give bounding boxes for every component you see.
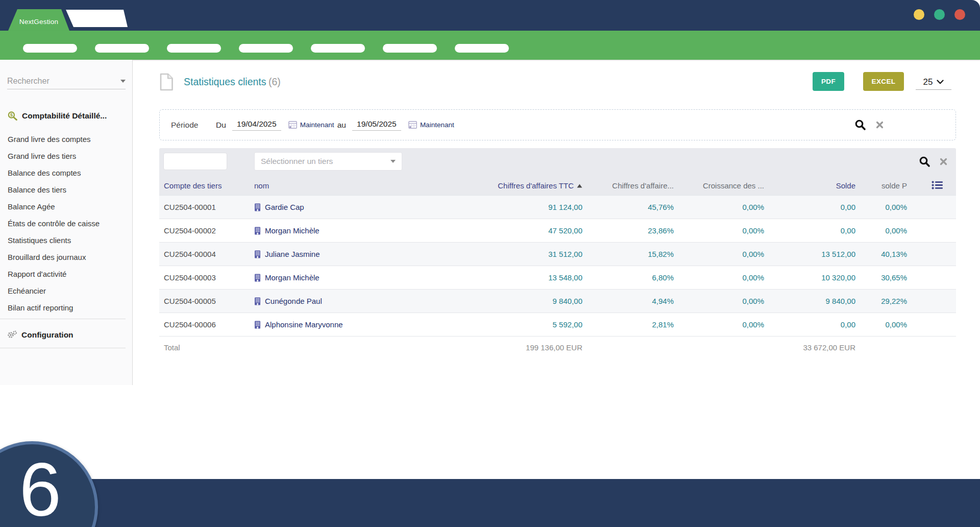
to-prefix: au bbox=[337, 121, 346, 130]
column-header[interactable]: Compte des tiers bbox=[159, 181, 254, 190]
page-size-select[interactable]: 25 bbox=[916, 75, 951, 90]
client-name-link[interactable]: Alphonsine Maryvonne bbox=[265, 320, 343, 329]
menu-pill[interactable] bbox=[167, 44, 221, 53]
table-clear-button[interactable] bbox=[939, 157, 948, 166]
from-now-link[interactable]: Maintenant bbox=[300, 121, 334, 129]
sidebar-item-grand-livre-des-comptes[interactable]: Grand livre des comptes bbox=[0, 131, 132, 148]
sidebar-item-configuration[interactable]: Configuration bbox=[7, 326, 74, 343]
sidebar-item-ech-ancier[interactable]: Echéancier bbox=[0, 282, 132, 299]
column-header[interactable]: Chiffres d'affaire... bbox=[582, 181, 674, 190]
sidebar-divider bbox=[0, 348, 126, 348]
table-row[interactable]: CU2504-00003Morgan Michèle13 548,006,80%… bbox=[159, 266, 956, 289]
column-header[interactable]: nom bbox=[254, 181, 460, 190]
sidebar-item-bilan-actif-reporting[interactable]: Bilan actif reporting bbox=[0, 299, 132, 316]
cell-ca-percent: 4,94% bbox=[582, 297, 674, 305]
company-icon bbox=[254, 250, 261, 258]
secondary-tab-redacted[interactable] bbox=[66, 10, 128, 27]
step-number: 6 bbox=[19, 452, 61, 527]
cell-croissance: 0,00% bbox=[674, 273, 764, 282]
menu-pill[interactable] bbox=[95, 44, 149, 53]
sidebar-item-balance-ag-e[interactable]: Balance Agée bbox=[0, 198, 132, 215]
sidebar-item--tats-de-contr-le-de-caisse[interactable]: États de contrôle de caisse bbox=[0, 215, 132, 232]
sidebar-item-balance-des-comptes[interactable]: Balance des comptes bbox=[0, 164, 132, 181]
table-row[interactable]: CU2504-00005Cunégonde Paul9 840,004,94%0… bbox=[159, 289, 956, 313]
pdf-export-button[interactable]: PDF bbox=[813, 72, 844, 91]
menu-pill[interactable] bbox=[23, 44, 77, 53]
total-ca-ttc: 199 136,00 EUR bbox=[460, 343, 582, 352]
column-header[interactable]: Chiffres d'affaires TTC bbox=[460, 181, 582, 190]
account-filter-input[interactable] bbox=[163, 153, 227, 170]
table-search-button[interactable] bbox=[919, 156, 930, 167]
search-button[interactable] bbox=[854, 119, 866, 131]
sidebar-item-rapport-d-activit-[interactable]: Rapport d'activité bbox=[0, 266, 132, 282]
window-dot-green[interactable] bbox=[934, 9, 945, 20]
column-header[interactable]: Croissance des ... bbox=[674, 181, 764, 190]
date-to-input[interactable] bbox=[352, 119, 401, 131]
cell-solde-percent: 0,00% bbox=[855, 203, 907, 211]
brand-tab[interactable]: NextGestion bbox=[8, 9, 69, 31]
menu-pill[interactable] bbox=[383, 44, 437, 53]
sidebar: Rechercher $ Comptabilité Détaillé... Gr… bbox=[0, 60, 133, 385]
sidebar-item-balance-des-tiers[interactable]: Balance des tiers bbox=[0, 181, 132, 198]
calendar-icon[interactable] bbox=[288, 121, 297, 129]
sidebar-item-brouillard-des-journaux[interactable]: Brouillard des journaux bbox=[0, 249, 132, 266]
cell-solde-percent: 0,00% bbox=[855, 226, 907, 235]
tiers-select[interactable]: Sélectionner un tiers bbox=[254, 152, 402, 171]
cell-name: Gardie Cap bbox=[254, 203, 460, 211]
sidebar-section-label: Comptabilité Détaillé... bbox=[22, 111, 107, 121]
client-name-link[interactable]: Morgan Michèle bbox=[265, 226, 320, 235]
cell-ca-ttc: 5 592,00 bbox=[460, 320, 582, 329]
cell-solde: 9 840,00 bbox=[764, 297, 855, 305]
cell-name: Morgan Michèle bbox=[254, 273, 460, 282]
table-row[interactable]: CU2504-00004Juliane Jasmine31 512,0015,8… bbox=[159, 242, 956, 266]
close-icon bbox=[939, 157, 948, 166]
table-header-row: Compte des tiersnomChiffres d'affaires T… bbox=[159, 176, 956, 195]
client-name-link[interactable]: Gardie Cap bbox=[265, 203, 304, 211]
sidebar-search-select[interactable]: Rechercher bbox=[7, 73, 126, 89]
company-icon bbox=[254, 297, 261, 305]
sidebar-item-statistiques-clients[interactable]: Statistiques clients bbox=[0, 232, 132, 249]
window-dot-yellow[interactable] bbox=[914, 9, 924, 20]
menu-pill[interactable] bbox=[311, 44, 365, 53]
to-now-link[interactable]: Maintenant bbox=[420, 121, 454, 129]
result-count: (6) bbox=[268, 76, 281, 87]
brand-name: NextGestion bbox=[19, 15, 58, 26]
bottom-bar bbox=[0, 479, 980, 527]
cell-ca-percent: 45,76% bbox=[582, 203, 674, 211]
clear-filter-button[interactable] bbox=[875, 121, 884, 129]
column-header[interactable]: Solde bbox=[764, 181, 855, 190]
cell-ca-percent: 23,86% bbox=[582, 226, 674, 235]
cell-ca-ttc: 13 548,00 bbox=[460, 273, 582, 282]
column-header[interactable]: solde P bbox=[855, 181, 907, 190]
window-dot-red[interactable] bbox=[954, 9, 965, 20]
menu-pill[interactable] bbox=[455, 44, 509, 53]
table-row[interactable]: CU2504-00002Morgan Michèle47 520,0023,86… bbox=[159, 219, 956, 242]
client-name-link[interactable]: Juliane Jasmine bbox=[265, 250, 320, 258]
total-label: Total bbox=[159, 343, 254, 352]
cell-account: CU2504-00001 bbox=[159, 203, 254, 211]
table-row[interactable]: CU2504-00001Gardie Cap91 124,0045,76%0,0… bbox=[159, 195, 956, 219]
company-icon bbox=[254, 274, 261, 282]
column-settings-button[interactable] bbox=[907, 181, 956, 191]
table-row[interactable]: CU2504-00006Alphonsine Maryvonne5 592,00… bbox=[159, 313, 956, 336]
company-icon bbox=[254, 227, 261, 235]
chevron-down-icon bbox=[937, 80, 944, 84]
client-name-link[interactable]: Cunégonde Paul bbox=[265, 297, 322, 305]
tiers-select-placeholder: Sélectionner un tiers bbox=[261, 157, 390, 166]
cell-croissance: 0,00% bbox=[674, 203, 764, 211]
client-name-link[interactable]: Morgan Michèle bbox=[265, 273, 320, 282]
top-navbar: NextGestion bbox=[0, 0, 980, 31]
sidebar-section-comptabilite[interactable]: $ Comptabilité Détaillé... bbox=[7, 111, 128, 121]
sidebar-search-placeholder: Rechercher bbox=[7, 77, 120, 86]
calendar-icon[interactable] bbox=[408, 121, 417, 129]
statistics-table: Sélectionner un tiers Compte des tiersno… bbox=[159, 148, 956, 358]
cell-ca-ttc: 9 840,00 bbox=[460, 297, 582, 305]
menu-pill[interactable] bbox=[239, 44, 293, 53]
period-filter-panel: Période Du Maintenant au Maintenant bbox=[159, 109, 956, 140]
cell-name: Cunégonde Paul bbox=[254, 297, 460, 305]
date-from-input[interactable] bbox=[232, 119, 281, 131]
cell-ca-ttc: 31 512,00 bbox=[460, 250, 582, 258]
chevron-down-icon bbox=[120, 80, 126, 83]
excel-export-button[interactable]: EXCEL bbox=[863, 72, 904, 91]
sidebar-item-grand-livre-des-tiers[interactable]: Grand livre des tiers bbox=[0, 148, 132, 164]
